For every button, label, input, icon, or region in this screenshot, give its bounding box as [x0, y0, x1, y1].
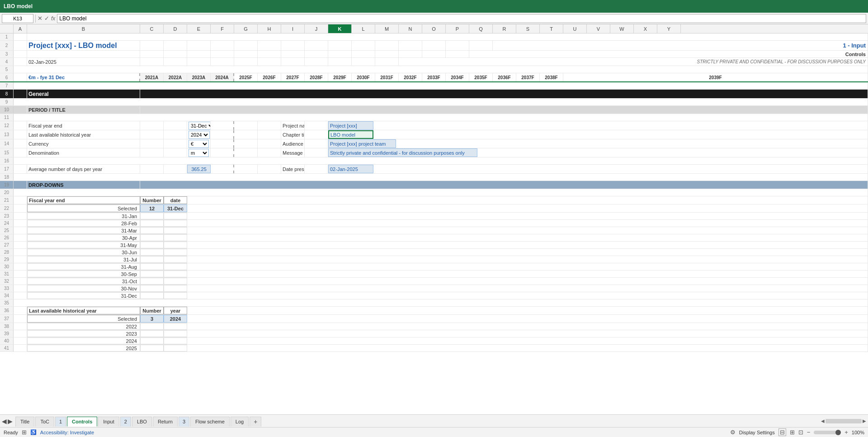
project-name-value[interactable]: Project [xxx] [328, 121, 373, 130]
tab-1[interactable]: 1 [55, 417, 66, 427]
col-header-N[interactable]: N [399, 24, 422, 33]
hist-selected-year: 2024 [164, 315, 187, 323]
col-header-F[interactable]: F [211, 24, 234, 33]
page-layout-icon[interactable]: ⊞ [790, 429, 795, 436]
col-header-W[interactable]: W [610, 24, 634, 33]
col-header-G[interactable]: G [234, 24, 258, 33]
col-header-C[interactable]: C [140, 24, 164, 33]
zoom-level: 100% [852, 430, 864, 435]
row-14: 14 Currency € Audience Project [xxx] pro… [0, 139, 868, 148]
app-title: LBO model [4, 3, 33, 10]
row-6: 6 €m - fye 31 Dec 2021A 2022A 2023A 2024… [0, 73, 868, 82]
tab-input[interactable]: Input [98, 417, 119, 427]
row-30: 30 31-Aug [0, 263, 868, 271]
col-header-H[interactable]: H [258, 24, 281, 33]
add-sheet-button[interactable]: + [250, 417, 261, 427]
message-value[interactable]: Strictly private and confidential - for … [328, 148, 477, 157]
col-header-K[interactable]: K [328, 24, 352, 33]
row-9: 9 [0, 99, 868, 106]
cancel-icon[interactable]: ✕ [38, 15, 42, 22]
col-header-B[interactable]: B [27, 24, 140, 33]
general-label: General [27, 90, 140, 98]
hist-selected-number: 3 [140, 315, 164, 323]
normal-view-icon[interactable]: ⊟ [778, 428, 786, 436]
tab-2[interactable]: 2 [120, 417, 131, 427]
col-header-O[interactable]: O [422, 24, 446, 33]
denomination-label: Denomination [27, 148, 140, 157]
section-label: 1 - Input [493, 41, 868, 50]
audience-value[interactable]: Project [xxx] project team [328, 139, 396, 148]
last-hist-year-dropdown[interactable]: 2024 [189, 131, 210, 139]
tab-log[interactable]: Log [231, 417, 249, 427]
row-27: 27 31-May [0, 242, 868, 249]
row-8: 8 General [0, 90, 868, 99]
tab-lbo[interactable]: LBO [132, 417, 152, 427]
hist-table-header: Last available historical year [27, 307, 140, 314]
hscroll-bar[interactable] [826, 419, 862, 423]
zoom-in-icon[interactable]: + [844, 429, 848, 436]
zoom-out-icon[interactable]: − [807, 429, 811, 436]
col-header-J[interactable]: J [305, 24, 328, 33]
avg-days-value[interactable]: 365.25 [187, 165, 211, 173]
hscroll-left[interactable]: ◀ [821, 418, 825, 423]
col-header-T[interactable]: T [540, 24, 563, 33]
col-header-I[interactable]: I [281, 24, 305, 33]
name-box[interactable]: K13 [2, 14, 33, 23]
col-header-Q[interactable]: Q [469, 24, 493, 33]
tab-controls[interactable]: Controls [67, 417, 97, 427]
col-header-D[interactable]: D [164, 24, 187, 33]
subsection-label: Controls [469, 51, 868, 57]
row-24: 24 28-Feb [0, 220, 868, 227]
display-settings-text[interactable]: Display Settings [739, 430, 775, 435]
tab-title[interactable]: Title [15, 417, 34, 427]
col-header-P[interactable]: P [446, 24, 469, 33]
formula-input[interactable]: LBO model [57, 14, 866, 23]
col-header-A[interactable]: A [14, 24, 27, 33]
tab-toc[interactable]: ToC [35, 417, 54, 427]
col-header-L[interactable]: L [352, 24, 375, 33]
display-settings-icon[interactable]: ⚙ [730, 429, 736, 436]
status-right: ⚙ Display Settings ⊟ ⊞ ⊡ − + 100% [730, 428, 864, 436]
tab-flow-scheme[interactable]: Flow scheme [190, 417, 230, 427]
currency-label: Currency [27, 139, 140, 148]
col-header-X[interactable]: X [634, 24, 657, 33]
row-22: 22 Selected 12 31-Dec [0, 204, 868, 213]
chapter-title-value[interactable]: LBO model [328, 130, 373, 139]
date-presented-label: Date presented [281, 165, 305, 173]
row-16: 16 [0, 157, 868, 165]
row-4: 4 02-Jan-2025 STRICTLY PRIVATE AND CONFI… [0, 58, 868, 66]
row-38: 38 2022 [0, 323, 868, 330]
col-header-M[interactable]: M [375, 24, 399, 33]
col-header-V[interactable]: V [587, 24, 610, 33]
currency-period-label: €m - fye 31 Dec [27, 73, 140, 81]
accessibility-icon[interactable]: ♿ [30, 429, 37, 435]
col-header-U[interactable]: U [563, 24, 587, 33]
accessibility-text[interactable]: Accessibility: Investigate [40, 430, 94, 435]
row-28: 28 30-Jun [0, 249, 868, 256]
page-view-icon[interactable]: ⊞ [22, 429, 27, 436]
row-5: 5 [0, 66, 868, 73]
tab-scroll-left[interactable]: ◀ [2, 418, 7, 425]
page-break-icon[interactable]: ⊡ [798, 429, 803, 436]
hist-number-col: Number [140, 307, 164, 314]
project-name-label: Project name [281, 121, 305, 130]
row-17: 17 Average number of days per year 365.2… [0, 165, 868, 174]
confirm-icon[interactable]: ✓ [44, 15, 49, 22]
col-header-S[interactable]: S [516, 24, 540, 33]
row-11: 11 [0, 114, 868, 121]
avg-days-label: Average number of days per year [27, 165, 140, 173]
col-header-Y[interactable]: Y [657, 24, 681, 33]
currency-dropdown[interactable]: € [189, 140, 209, 148]
zoom-slider[interactable] [814, 431, 841, 434]
status-left: Ready ⊞ ♿ Accessibility: Investigate [4, 429, 94, 436]
date-presented-value[interactable]: 02-Jan-2025 [328, 165, 373, 173]
tab-3[interactable]: 3 [179, 417, 189, 427]
tab-return[interactable]: Return [153, 417, 178, 427]
hscroll-right[interactable]: ▶ [863, 418, 866, 423]
fiscal-year-end-dropdown[interactable]: 31-Dec [189, 122, 211, 130]
col-header-R[interactable]: R [493, 24, 516, 33]
denomination-dropdown[interactable]: m [189, 149, 209, 157]
tab-scroll-right[interactable]: ▶ [8, 418, 13, 425]
function-icon[interactable]: fx [51, 15, 55, 22]
col-header-E[interactable]: E [187, 24, 211, 33]
